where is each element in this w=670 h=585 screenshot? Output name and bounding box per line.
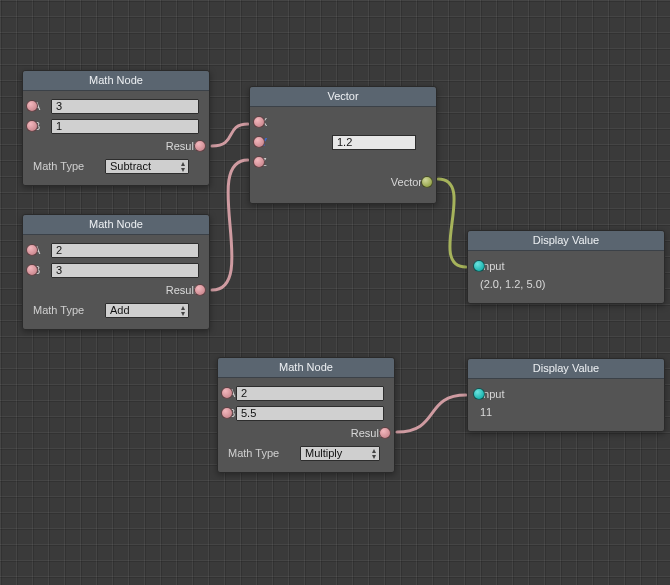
vector-node[interactable]: Vector X Y Z Vector [249,86,437,204]
output-port-result[interactable] [194,140,206,152]
math-node[interactable]: Math Node A B Result Math Type Subtract … [22,70,210,186]
display-value-text: (2.0, 1.2, 5.0) [480,278,545,290]
select-arrows-icon: ▴▾ [372,448,376,460]
input-b-field[interactable] [51,263,199,278]
display-value-node[interactable]: Display Value Input (2.0, 1.2, 5.0) [467,230,665,304]
output-port-result[interactable] [194,284,206,296]
input-port-a[interactable] [221,387,233,399]
display-value-text: 11 [480,406,492,418]
select-arrows-icon: ▴▾ [181,305,185,317]
result-label: Result [166,284,197,296]
input-port-a[interactable] [26,100,38,112]
mathtype-label: Math Type [228,447,300,459]
y-field[interactable] [332,135,416,150]
input-port[interactable] [473,388,485,400]
math-node[interactable]: Math Node A B Result Math Type Multiply … [217,357,395,473]
node-title[interactable]: Math Node [23,215,209,235]
input-port-y[interactable] [253,136,265,148]
mathtype-value: Add [110,304,130,316]
mathtype-value: Subtract [110,160,151,172]
mathtype-select[interactable]: Subtract ▴▾ [105,159,189,174]
mathtype-label: Math Type [33,160,105,172]
node-title[interactable]: Display Value [468,359,664,379]
mathtype-select[interactable]: Add ▴▾ [105,303,189,318]
mathtype-select[interactable]: Multiply ▴▾ [300,446,380,461]
output-port-result[interactable] [379,427,391,439]
node-title[interactable]: Vector [250,87,436,107]
mathtype-label: Math Type [33,304,105,316]
input-a-field[interactable] [236,386,384,401]
node-title[interactable]: Math Node [23,71,209,91]
input-port-b[interactable] [26,264,38,276]
mathtype-value: Multiply [305,447,342,459]
input-port[interactable] [473,260,485,272]
input-port-z[interactable] [253,156,265,168]
node-title[interactable]: Display Value [468,231,664,251]
result-label: Result [351,427,382,439]
input-port-b[interactable] [221,407,233,419]
node-title[interactable]: Math Node [218,358,394,378]
input-b-field[interactable] [236,406,384,421]
input-b-field[interactable] [51,119,199,134]
output-port-vector[interactable] [421,176,433,188]
input-port-a[interactable] [26,244,38,256]
select-arrows-icon: ▴▾ [181,161,185,173]
input-a-field[interactable] [51,99,199,114]
input-port-x[interactable] [253,116,265,128]
result-label: Result [166,140,197,152]
display-value-node[interactable]: Display Value Input 11 [467,358,665,432]
input-a-field[interactable] [51,243,199,258]
math-node[interactable]: Math Node A B Result Math Type Add ▴▾ [22,214,210,330]
vector-out-label: Vector [391,176,422,188]
input-port-b[interactable] [26,120,38,132]
